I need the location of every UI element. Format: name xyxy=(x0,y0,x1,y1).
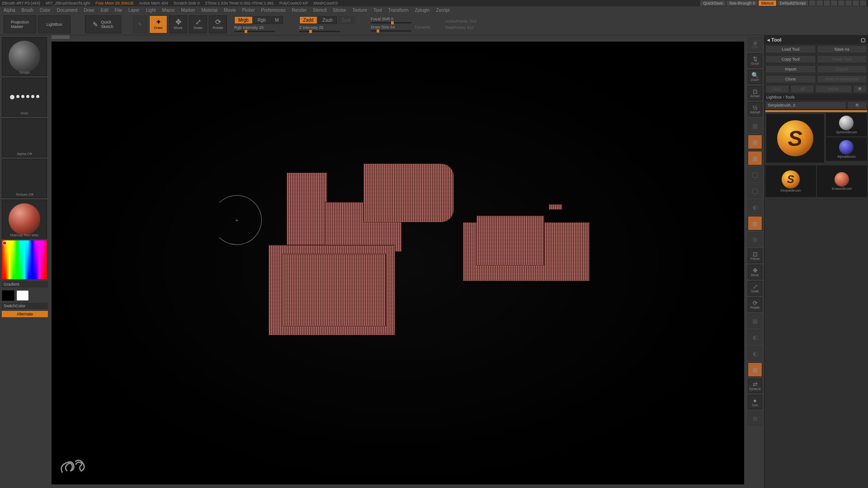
zcut-button[interactable]: Zcut xyxy=(338,16,354,24)
make-polymesh-button[interactable]: Make PolyMesh3D xyxy=(817,75,868,83)
tool-alpha-brush[interactable]: AlphaBrush xyxy=(826,137,867,161)
tool-sphere-brush[interactable]: SphereBrush xyxy=(826,113,867,136)
move-mode-button[interactable]: ✥Move xyxy=(169,15,187,33)
window-icon[interactable] xyxy=(809,0,816,6)
shelf-dynamic[interactable]: ⇄Dynamic xyxy=(748,379,762,393)
texture-slot[interactable]: Texture Off xyxy=(2,159,47,198)
menu-document[interactable]: Document xyxy=(57,8,78,13)
gradient-button[interactable]: Gradient xyxy=(2,281,48,287)
shelf-btn5[interactable]: ▦ xyxy=(748,118,762,133)
save-as-button[interactable]: Save As xyxy=(817,45,868,53)
shelf-spix[interactable]: ◉SPix xyxy=(748,37,762,52)
goz-button[interactable]: GoZ xyxy=(765,85,789,93)
menu-color[interactable]: Color xyxy=(40,8,51,13)
clone-button[interactable]: Clone xyxy=(765,75,816,83)
menus-button[interactable]: Menus xyxy=(759,0,776,6)
menu-zscript[interactable]: Zscript xyxy=(436,8,449,13)
material-slot[interactable]: MatCap Red Wax xyxy=(2,200,47,239)
tool-panel-arrow-icon[interactable]: ◂ xyxy=(767,37,770,43)
tool-r-button[interactable]: R xyxy=(847,101,867,109)
menu-marker[interactable]: Marker xyxy=(181,8,195,13)
close-icon[interactable] xyxy=(860,0,866,6)
maximize-icon[interactable] xyxy=(853,0,859,6)
import-button[interactable]: Import xyxy=(765,65,816,73)
quicksketch-button[interactable]: ✎Quick Sketch xyxy=(85,15,121,33)
switchcolor-button[interactable]: SwitchColor xyxy=(2,303,48,309)
menu-transform[interactable]: Transform xyxy=(388,8,408,13)
menu-brush[interactable]: Brush xyxy=(22,8,33,13)
tool-eraser-brush[interactable]: EraserBrush xyxy=(817,165,868,197)
scale-mode-button[interactable]: ⤢Scale xyxy=(189,15,207,33)
shelf-btn9[interactable]: ◯ xyxy=(748,183,762,198)
menu-material[interactable]: Material xyxy=(202,8,218,13)
projection-master-button[interactable]: Projection Master xyxy=(4,15,36,33)
lightbox-tools-label[interactable]: Lightbox › Tools xyxy=(764,94,868,100)
goz-all-button[interactable]: All xyxy=(790,85,814,93)
color-picker[interactable] xyxy=(2,240,47,279)
zsub-button[interactable]: Zsub xyxy=(318,16,336,24)
shelf-frame[interactable]: ⊡Frame xyxy=(748,249,762,263)
alternate-button[interactable]: Alternate xyxy=(2,311,48,317)
draw-size-slider[interactable] xyxy=(371,30,411,32)
menu-alpha[interactable]: Alpha xyxy=(4,8,15,13)
window-icon[interactable] xyxy=(824,0,830,6)
shelf-move[interactable]: ✥Move xyxy=(748,265,762,279)
menu-light[interactable]: Light xyxy=(146,8,156,13)
menu-layer[interactable]: Layer xyxy=(128,8,140,13)
rotate-mode-button[interactable]: ⟳Rotate xyxy=(209,15,227,33)
menu-picker[interactable]: Picker xyxy=(242,8,255,13)
canvas-tab[interactable] xyxy=(52,35,70,39)
current-tool-thumb[interactable]: S xyxy=(766,114,824,163)
menu-render[interactable]: Render xyxy=(292,8,307,13)
menu-draw[interactable]: Draw xyxy=(84,8,94,13)
shelf-solo[interactable]: ●Solo xyxy=(748,395,762,409)
stroke-slot[interactable]: Dots xyxy=(2,78,47,117)
shelf-btn10[interactable]: ◐ xyxy=(748,200,762,214)
shelf-actual[interactable]: ⊡Actual xyxy=(748,86,762,100)
shelf-btn6[interactable]: ▦ xyxy=(748,135,762,149)
shelf-btn11[interactable]: ▦ xyxy=(748,216,762,230)
alpha-slot[interactable]: Alpha Off xyxy=(2,118,47,157)
shelf-btn20[interactable]: ▦ xyxy=(748,362,762,377)
window-icon[interactable] xyxy=(838,0,844,6)
seethrough-button[interactable]: See-through 0 xyxy=(726,0,758,6)
shelf-btn12[interactable]: ⊞ xyxy=(748,232,762,247)
copy-tool-button[interactable]: Copy Tool xyxy=(765,55,816,63)
menu-file[interactable]: File xyxy=(115,8,122,13)
z-intensity-slider[interactable] xyxy=(299,31,340,32)
export-button[interactable]: Export xyxy=(817,65,868,73)
viewport-canvas[interactable] xyxy=(52,42,744,484)
color-swatch-black[interactable] xyxy=(2,290,14,301)
shelf-aahalf[interactable]: ½AAHalf xyxy=(748,102,762,117)
shelf-scroll[interactable]: ⇅Scroll xyxy=(748,53,762,68)
shelf-zoom[interactable]: 🔍Zoom xyxy=(748,70,762,84)
minimize-icon[interactable] xyxy=(845,0,852,6)
zadd-button[interactable]: Zadd xyxy=(299,16,318,24)
quicksave-button[interactable]: QuickSave xyxy=(700,0,726,6)
dynamic-label[interactable]: Dynamic xyxy=(415,25,431,29)
menu-tool[interactable]: Tool xyxy=(373,8,382,13)
shelf-btn8[interactable]: ◯ xyxy=(748,167,762,182)
goz-r-button[interactable]: R xyxy=(853,85,867,93)
shelf-btn23[interactable]: ⊞ xyxy=(748,411,762,426)
tool-panel-close-icon[interactable]: ▢ xyxy=(861,37,865,43)
brush-slot[interactable]: Sculpt xyxy=(2,37,47,76)
menu-stroke[interactable]: Stroke xyxy=(333,8,346,13)
shelf-rotate[interactable]: ⟳Rotate xyxy=(748,297,762,312)
load-tool-button[interactable]: Load Tool xyxy=(765,45,816,53)
window-icon[interactable] xyxy=(831,0,837,6)
shelf-btn17[interactable]: ▦ xyxy=(748,314,762,328)
shelf-btn19[interactable]: ◐ xyxy=(748,346,762,361)
rgb-intensity-slider[interactable] xyxy=(234,31,275,32)
focal-shift-slider[interactable] xyxy=(371,22,411,23)
m-button[interactable]: M xyxy=(271,16,283,24)
menu-stencil[interactable]: Stencil xyxy=(313,8,326,13)
menu-zplugin[interactable]: Zplugin xyxy=(415,8,430,13)
tool-simple-brush[interactable]: SSimpleBrush xyxy=(765,165,816,197)
window-icon[interactable] xyxy=(816,0,823,6)
menu-texture[interactable]: Texture xyxy=(352,8,367,13)
menu-preferences[interactable]: Preferences xyxy=(261,8,286,13)
lightbox-button[interactable]: LightBox xyxy=(38,15,71,33)
default-zscript-button[interactable]: DefaultZScript xyxy=(777,0,808,6)
draw-mode-button[interactable]: ✦Draw xyxy=(149,15,167,33)
